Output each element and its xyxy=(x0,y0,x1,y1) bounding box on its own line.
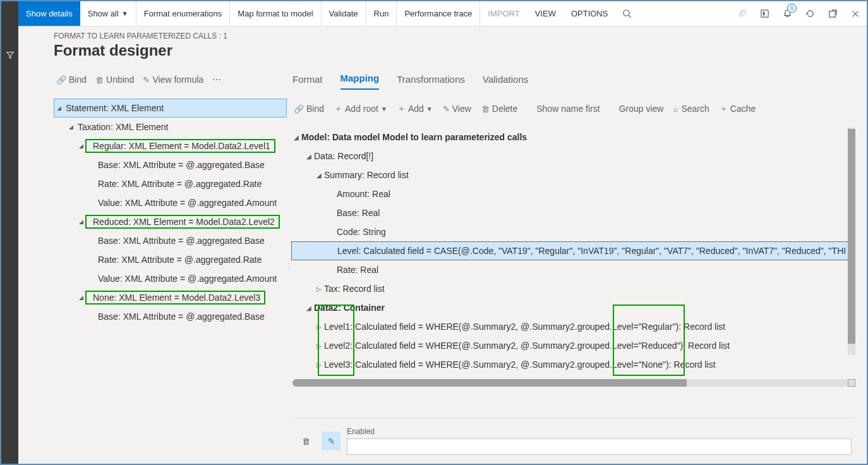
perf-trace-button[interactable]: Performance trace xyxy=(397,1,480,26)
model-row[interactable]: Rate: Real xyxy=(291,260,855,279)
tree-row[interactable]: Base: XML Attribute = @.aggregated.Base xyxy=(54,155,287,174)
model-row[interactable]: Code: String xyxy=(291,222,855,241)
model-row[interactable]: Base: Real xyxy=(291,203,855,222)
refresh-button[interactable] xyxy=(799,1,821,26)
tree-row-regular[interactable]: ◢Regular: XML Element = Model.Data2.Leve… xyxy=(54,136,287,155)
group-view-button[interactable]: Group view xyxy=(617,101,666,116)
trash-icon: 🗑 xyxy=(481,104,490,114)
enabled-input[interactable] xyxy=(347,438,852,455)
left-toolbar: 🔗Bind 🗑Unbind ✎View formula ⋯ xyxy=(54,67,287,92)
model-row[interactable]: ▷Level3: Calculated field = WHERE(@.Summ… xyxy=(291,355,855,374)
chevron-down-icon: ▼ xyxy=(426,106,433,112)
format-enum-button[interactable]: Format enumerations xyxy=(136,1,231,26)
right-toolbar: 🔗Bind ＋Add root ▼ ＋Add ▼ ✎View 🗑Delete S… xyxy=(291,96,855,121)
app-leftbar xyxy=(1,1,18,464)
popout-button[interactable] xyxy=(821,1,844,26)
tree-row[interactable]: Value: XML Attribute = @.aggregated.Amou… xyxy=(54,269,287,288)
format-tree-pane: 🔗Bind 🗑Unbind ✎View formula ⋯ ◢Statement… xyxy=(18,67,287,464)
properties-panel: 🗑 ✎ Enabled xyxy=(292,418,855,464)
link-icon: 🔗 xyxy=(56,75,66,85)
page-title: Format designer xyxy=(54,42,867,59)
tree-row-statement[interactable]: ◢Statement: XML Element xyxy=(54,99,287,118)
show-name-first-button[interactable]: Show name first xyxy=(534,101,602,116)
caret-icon: ◢ xyxy=(76,143,85,149)
caret-right-icon: ▷ xyxy=(314,323,324,330)
search-button[interactable]: ⌕Search xyxy=(671,101,711,116)
cache-button[interactable]: ＋Cache xyxy=(717,100,758,117)
caret-icon: ◢ xyxy=(314,172,324,179)
more-button[interactable]: ⋯ xyxy=(210,72,224,87)
office-icon[interactable] xyxy=(753,1,776,26)
bind-button[interactable]: 🔗Bind xyxy=(54,72,89,87)
splitter[interactable]: ⋮ xyxy=(287,67,291,464)
caret-right-icon: ▷ xyxy=(314,342,324,349)
view-formula-button[interactable]: ✎View formula xyxy=(140,72,206,87)
enabled-label: Enabled xyxy=(347,427,852,436)
search-button[interactable] xyxy=(615,1,638,26)
breadcrumb: FORMAT TO LEARN PARAMETERIZED CALLS : 1 xyxy=(54,32,867,40)
tree-row-none[interactable]: ◢None: XML Element = Model.Data2.Level3 xyxy=(54,288,287,307)
tree-row[interactable]: Value: XML Attribute = @.aggregated.Amou… xyxy=(54,193,287,212)
model-tree: ◢Model: Data model Model to learn parame… xyxy=(291,128,855,380)
close-button[interactable] xyxy=(844,1,867,26)
tab-format[interactable]: Format xyxy=(292,74,323,90)
edit-property-button[interactable]: ✎ xyxy=(322,432,341,450)
tabs: Format Mapping Transformations Validatio… xyxy=(291,67,855,90)
attach-icon[interactable] xyxy=(730,1,753,26)
plus-icon: ＋ xyxy=(720,103,728,114)
model-row[interactable]: ◢Data: Record[!] xyxy=(291,147,855,166)
bind-button[interactable]: 🔗Bind xyxy=(291,101,327,116)
caret-icon: ◢ xyxy=(304,153,314,160)
view-button[interactable]: ✎View xyxy=(440,101,474,116)
delete-property-button[interactable]: 🗑 xyxy=(296,432,315,450)
delete-button[interactable]: 🗑Delete xyxy=(479,101,520,116)
model-row[interactable]: ▷Tax: Record list xyxy=(291,279,855,298)
model-row-data2[interactable]: ◢Data2: Container xyxy=(291,298,855,317)
validate-button[interactable]: Validate xyxy=(322,1,366,26)
enabled-field: Enabled xyxy=(347,427,852,455)
add-button[interactable]: ＋Add ▼ xyxy=(395,100,435,117)
chevron-down-icon: ▼ xyxy=(122,10,128,17)
svg-rect-2 xyxy=(763,12,764,16)
filter-icon[interactable] xyxy=(6,51,15,61)
tree-row[interactable]: Base: XML Attribute = @.aggregated.Base xyxy=(54,307,287,326)
pencil-icon: ✎ xyxy=(143,75,150,85)
link-icon: 🔗 xyxy=(294,104,304,114)
tab-transformations[interactable]: Transformations xyxy=(397,74,465,90)
import-button: IMPORT xyxy=(480,1,527,26)
tree-row-reduced[interactable]: ◢Reduced: XML Element = Model.Data2.Leve… xyxy=(54,212,287,231)
notifications-button[interactable]: 0 xyxy=(776,1,799,26)
caret-icon: ◢ xyxy=(76,219,85,225)
add-root-button[interactable]: ＋Add root ▼ xyxy=(332,100,390,117)
tree-row-taxation[interactable]: ◢Taxation: XML Element xyxy=(54,118,287,136)
model-row[interactable]: ◢Model: Data model Model to learn parame… xyxy=(291,128,855,147)
format-tree: ◢Statement: XML Element ◢Taxation: XML E… xyxy=(54,99,287,326)
horizontal-scrollbar[interactable] xyxy=(292,379,855,387)
notification-count: 0 xyxy=(787,4,797,13)
show-details-button[interactable]: Show details xyxy=(18,1,80,26)
options-menu[interactable]: OPTIONS xyxy=(564,1,616,26)
tab-validations[interactable]: Validations xyxy=(483,74,528,90)
show-all-button[interactable]: Show all▼ xyxy=(80,1,136,26)
vertical-scrollbar[interactable] xyxy=(848,128,855,355)
caret-icon: ◢ xyxy=(304,305,314,311)
mapping-pane: Format Mapping Transformations Validatio… xyxy=(291,67,867,464)
map-format-button[interactable]: Map format to model xyxy=(230,1,321,26)
trash-icon: 🗑 xyxy=(95,75,104,85)
tree-row[interactable]: Rate: XML Attribute = @.aggregated.Rate xyxy=(54,250,287,269)
model-row[interactable]: ◢Summary: Record list xyxy=(291,166,855,184)
tree-row[interactable]: Rate: XML Attribute = @.aggregated.Rate xyxy=(54,174,287,193)
unbind-button[interactable]: 🗑Unbind xyxy=(93,72,136,87)
run-button[interactable]: Run xyxy=(366,1,397,26)
caret-icon: ◢ xyxy=(291,134,301,141)
svg-rect-3 xyxy=(829,11,835,17)
model-row-level[interactable]: Level: Calculated field = CASE(@.Code, "… xyxy=(291,241,855,260)
view-menu[interactable]: VIEW xyxy=(527,1,564,26)
caret-icon: ◢ xyxy=(66,124,75,130)
tree-row[interactable]: Base: XML Attribute = @.aggregated.Base xyxy=(54,231,287,250)
model-row[interactable]: ▷Level2: Calculated field = WHERE(@.Summ… xyxy=(291,336,855,355)
tab-mapping[interactable]: Mapping xyxy=(341,73,380,90)
model-row[interactable]: Amount: Real xyxy=(291,184,855,203)
plus-icon: ＋ xyxy=(334,103,342,114)
model-row[interactable]: ▷Level1: Calculated field = WHERE(@.Summ… xyxy=(291,317,855,336)
